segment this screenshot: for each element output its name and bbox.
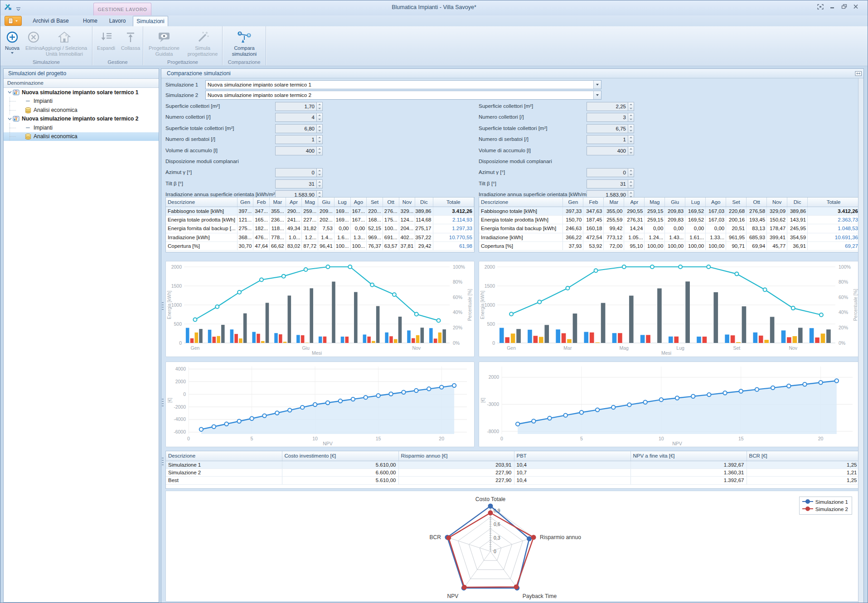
tree-item-impianti[interactable]: Impianti xyxy=(4,123,159,132)
summary-column-header[interactable]: Costo investimento [€] xyxy=(282,451,398,461)
volume-di-accumulo-l--input[interactable]: 400 xyxy=(587,146,628,155)
numero-collettori--input[interactable]: 3 xyxy=(587,113,628,122)
spinner-up-icon[interactable] xyxy=(630,126,632,127)
column-header[interactable]: Lug xyxy=(685,198,706,207)
tree-item-simulation-2[interactable]: Nuova simulazione impianto solare termic… xyxy=(4,115,159,124)
spinner[interactable] xyxy=(628,168,634,177)
volume-di-accumulo-l--input[interactable]: 400 xyxy=(275,146,317,155)
nuova-dropdown-caret[interactable] xyxy=(11,52,14,54)
table-row[interactable]: Fabbisogno totale [kWh]397,33347,63355,0… xyxy=(479,207,860,215)
column-header[interactable]: Descrizione xyxy=(166,198,237,207)
azimut--input[interactable]: 0 xyxy=(275,168,317,177)
legend-item[interactable]: Simulazione 1 xyxy=(802,498,848,506)
spinner[interactable] xyxy=(317,146,323,155)
legend-item[interactable]: Simulazione 2 xyxy=(802,506,848,513)
quick-access-toolbar-arrow-icon[interactable] xyxy=(16,5,21,13)
nuova-button[interactable]: Nuova xyxy=(2,28,22,54)
spinner[interactable] xyxy=(317,102,323,111)
superficie-collettori-m--input[interactable]: 1,70 xyxy=(275,102,317,111)
contextual-tab-gestione-lavoro[interactable]: GESTIONE LAVORO xyxy=(93,3,151,15)
column-header[interactable]: Dic xyxy=(787,198,808,207)
summary-column-header[interactable]: Descrizione xyxy=(166,451,282,461)
compara-simulazioni-button[interactable]: AB Compara simulazioni xyxy=(225,28,264,57)
table-row[interactable]: Irradiazione [kWh]368...476...778...1.0.… xyxy=(166,233,474,241)
spinner[interactable] xyxy=(628,146,634,155)
summary-row-simulazione-1[interactable]: Simulazione 15.610,00203,9110,41.392,671… xyxy=(166,461,859,468)
simulation2-dropdown[interactable]: Nuova simulazione impianto solare termic… xyxy=(205,91,601,100)
spinner-up-icon[interactable] xyxy=(318,170,321,171)
column-header[interactable]: Gen xyxy=(563,198,583,207)
file-menu-button[interactable] xyxy=(5,16,22,26)
column-header[interactable]: Lug xyxy=(334,198,350,207)
column-header[interactable]: Mar xyxy=(270,198,286,207)
column-header[interactable]: Ago xyxy=(706,198,726,207)
table-row[interactable]: Copertura [%]30,7047,6466,6283,0287,7296… xyxy=(166,242,474,251)
numero-di-serbatoi--input[interactable]: 1 xyxy=(275,135,317,144)
column-header[interactable]: Totale xyxy=(433,198,474,207)
tab-simulazioni[interactable]: Simulazioni xyxy=(133,16,168,26)
spinner-up-icon[interactable] xyxy=(630,115,632,116)
azimut--input[interactable]: 0 xyxy=(587,168,628,177)
spinner-up-icon[interactable] xyxy=(630,192,632,193)
tree-expander[interactable] xyxy=(7,90,13,95)
spinner-up-icon[interactable] xyxy=(630,148,632,150)
spinner-down-icon[interactable] xyxy=(630,185,632,187)
column-header[interactable]: Giu xyxy=(318,198,335,207)
spinner-down-icon[interactable] xyxy=(318,141,321,142)
tilt--input[interactable]: 31 xyxy=(275,179,317,188)
spinner-up-icon[interactable] xyxy=(630,181,632,183)
tree-expander[interactable] xyxy=(7,116,13,121)
spinner-up-icon[interactable] xyxy=(630,104,632,105)
table-row[interactable]: Energia fornita dal backup [kWh]246,6316… xyxy=(479,224,860,233)
chevron-down-icon[interactable] xyxy=(593,81,601,89)
simula-progettazione-button[interactable]: Simula progettazione xyxy=(184,28,221,57)
column-header[interactable]: Totale xyxy=(808,198,860,207)
tab-lavoro[interactable]: Lavoro xyxy=(105,16,130,26)
spinner-down-icon[interactable] xyxy=(318,185,321,187)
superficie-totale-collettori-m--input[interactable]: 6,75 xyxy=(587,124,628,133)
spinner-down-icon[interactable] xyxy=(318,119,321,120)
spinner[interactable] xyxy=(628,179,634,188)
aggiungi-seleziona-button[interactable]: Aggiungi / Seleziona Unità Immobiliari xyxy=(38,28,91,57)
column-header[interactable]: Descrizione xyxy=(479,198,563,207)
summary-row-best[interactable]: Best5.610,00227,9010,41.392,671,25 xyxy=(166,477,859,484)
minimize-button[interactable] xyxy=(829,3,836,10)
fit-width-button[interactable] xyxy=(855,70,862,77)
spinner[interactable] xyxy=(628,135,634,144)
table-row[interactable]: Irradiazione [kWh]366,22472,54773,121.05… xyxy=(479,233,860,241)
tilt--input[interactable]: 31 xyxy=(587,179,628,188)
tree-item-analisi-economica[interactable]: Analisi economica xyxy=(4,106,159,115)
table-row[interactable]: Fabbisogno totale [kWh]397...347...355..… xyxy=(166,207,474,215)
column-header[interactable]: Ott xyxy=(747,198,767,207)
tree-item-impianti[interactable]: Impianti xyxy=(4,97,159,106)
tree-item-analisi-economica[interactable]: Analisi economica xyxy=(4,132,159,141)
spinner-up-icon[interactable] xyxy=(318,148,321,150)
chevron-down-icon[interactable] xyxy=(7,90,12,95)
close-button[interactable] xyxy=(852,3,859,10)
column-header[interactable]: Feb xyxy=(253,198,270,207)
spinner-down-icon[interactable] xyxy=(318,108,321,109)
column-header[interactable]: Set xyxy=(367,198,383,207)
column-header[interactable]: Nov xyxy=(767,198,787,207)
chevron-down-icon[interactable] xyxy=(7,116,12,121)
tree-column-header[interactable]: Denominazione xyxy=(4,79,159,88)
spinner-down-icon[interactable] xyxy=(630,174,632,175)
spinner-down-icon[interactable] xyxy=(318,152,321,154)
summary-column-header[interactable]: PBT xyxy=(514,451,630,461)
spinner-down-icon[interactable] xyxy=(630,130,632,131)
row-drag-grip[interactable] xyxy=(162,302,164,310)
tab-archivi-di-base[interactable]: Archivi di Base xyxy=(26,16,76,26)
spinner-up-icon[interactable] xyxy=(318,126,321,127)
row-drag-grip[interactable] xyxy=(162,399,164,407)
column-header[interactable]: Mag xyxy=(645,198,665,207)
spinner[interactable] xyxy=(628,124,634,133)
spinner[interactable] xyxy=(317,124,323,133)
spinner[interactable] xyxy=(317,135,323,144)
table-row[interactable]: Copertura [%]37,9353,9272,0095,10100,001… xyxy=(479,242,860,251)
spinner[interactable] xyxy=(628,113,634,122)
spinner-up-icon[interactable] xyxy=(318,115,321,116)
fullscreen-button[interactable] xyxy=(817,3,824,10)
restore-button[interactable] xyxy=(840,3,848,10)
column-header[interactable]: Dic xyxy=(415,198,433,207)
column-header[interactable]: Set xyxy=(726,198,747,207)
